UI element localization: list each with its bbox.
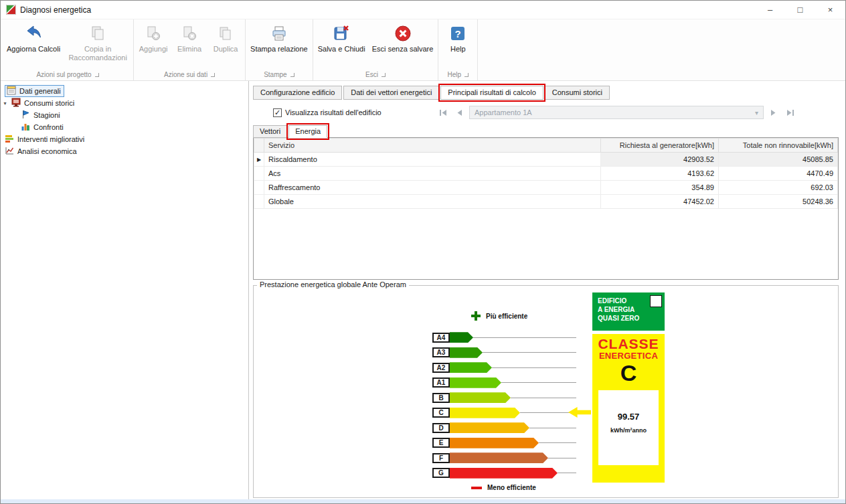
- print-report-button[interactable]: Stampa relazione: [248, 21, 311, 65]
- energy-class-arrow-icon: [450, 332, 473, 343]
- energy-class-line: [548, 458, 576, 458]
- tree-item-dati-generali[interactable]: Dati generali: [1, 85, 248, 97]
- app-window: Diagnosi energetica – □ × Aggiorna Calco…: [0, 0, 846, 504]
- minimize-button[interactable]: –: [755, 1, 785, 19]
- energy-class-arrow-icon: [450, 438, 539, 448]
- cell-richiesta: 4193.62: [601, 167, 719, 181]
- close-button[interactable]: ×: [815, 1, 845, 19]
- titlebar: Diagnosi energetica – □ ×: [1, 1, 845, 19]
- window-title: Diagnosi energetica: [20, 5, 91, 15]
- energy-class-label: F: [432, 453, 450, 463]
- subtab-strip: Vettori Energia: [253, 124, 839, 138]
- column-header-totale[interactable]: Totale non rinnovabile[kWh]: [719, 139, 838, 153]
- tree-item-stagioni[interactable]: Stagioni: [1, 109, 248, 121]
- table-row[interactable]: Acs4193.624470.49: [254, 167, 838, 181]
- show-results-label: Visualizza risultati dell'edificio: [285, 108, 382, 116]
- dialog-launcher-icon[interactable]: [382, 73, 386, 77]
- duplicate-button[interactable]: Duplica: [208, 21, 243, 65]
- dialog-launcher-icon[interactable]: [211, 73, 215, 77]
- save-and-close-button[interactable]: Salva e Chiudi: [315, 21, 368, 65]
- tab-principali-risultati[interactable]: Principali risultati di calcolo: [440, 86, 543, 100]
- button-label: Esci senza salvare: [372, 45, 434, 54]
- energy-class-arrow-icon: [450, 422, 529, 433]
- energy-class-label: B: [432, 393, 450, 403]
- nzeb-box: EDIFICIO A ENERGIA QUASI ZERO: [592, 292, 665, 331]
- dialog-launcher-icon[interactable]: [464, 73, 469, 77]
- column-header-servizio[interactable]: Servizio: [264, 139, 601, 153]
- subtab-vettori[interactable]: Vettori: [253, 125, 287, 138]
- help-icon: ?: [449, 23, 467, 44]
- tree-item-interventi-migliorativi[interactable]: Interventi migliorativi: [1, 133, 248, 145]
- energy-class-row: A4: [432, 330, 576, 345]
- first-record-button[interactable]: [436, 106, 450, 119]
- tab-label: Principali risultati di calcolo: [448, 88, 535, 96]
- results-table-panel: Servizio Richiesta al generatore[kWh] To…: [253, 137, 839, 280]
- energy-class-row: A3: [432, 345, 576, 361]
- cell-servizio: Raffrescamento: [264, 181, 601, 195]
- energy-class-label: A1: [432, 377, 450, 388]
- more-efficient-label: Più efficiente: [486, 313, 527, 320]
- energy-class-arrow-icon: [450, 468, 558, 479]
- energy-class-line: [501, 382, 576, 383]
- cell-servizio: Globale: [264, 195, 601, 209]
- less-efficient-legend: Meno efficiente: [471, 484, 536, 491]
- energy-class-line: [558, 473, 576, 473]
- delete-button[interactable]: Elimina: [172, 21, 207, 65]
- cell-totale: 50248.36: [719, 195, 838, 209]
- tree-item-consumi-storici[interactable]: ▾ Consumi storici: [1, 97, 248, 109]
- add-document-icon: [145, 23, 161, 44]
- group-caption-label: Help: [448, 71, 462, 78]
- cell-richiesta: 354.89: [601, 181, 719, 195]
- tab-dati-vettori-energetici[interactable]: Dati dei vettori energetici: [343, 86, 439, 100]
- previous-record-button[interactable]: [452, 106, 467, 119]
- cell-servizio: Acs: [264, 167, 601, 181]
- copy-to-recommendations-button[interactable]: Copia in Raccomandazioni: [64, 21, 131, 65]
- energy-class-row: G: [432, 466, 576, 481]
- table-row[interactable]: Globale47452.0250248.36: [254, 195, 838, 209]
- dialog-launcher-icon[interactable]: [290, 73, 294, 77]
- energy-class-row: F: [432, 450, 576, 466]
- energy-class-box: CLASSE ENERGETICA C 99.57 kWh/m²anno: [592, 334, 665, 483]
- help-button[interactable]: ? Help: [440, 21, 475, 65]
- last-record-icon: [786, 110, 794, 116]
- energy-class-arrow-icon: [450, 452, 548, 463]
- button-label: Aggiungi: [139, 45, 168, 54]
- maximize-button[interactable]: □: [785, 1, 815, 19]
- row-marker: [254, 167, 264, 181]
- subtab-energia[interactable]: Energia: [288, 125, 327, 138]
- class-box-subtitle: ENERGETICA: [592, 351, 665, 361]
- marker-column-header: [254, 139, 264, 153]
- table-row[interactable]: Raffrescamento354.89692.03: [254, 181, 838, 195]
- column-header-richiesta[interactable]: Richiesta al generatore[kWh]: [601, 139, 719, 153]
- tree-item-analisi-economica[interactable]: Analisi economica: [1, 145, 248, 157]
- results-table-body: ▶Riscaldamento42903.5245085.85Acs4193.62…: [254, 153, 838, 209]
- energy-class-list: A4A3A2A1BCDEFG: [432, 330, 576, 481]
- assigned-class-letter: C: [592, 361, 665, 386]
- unit-select[interactable]: Appartamento 1A ▾: [469, 106, 764, 119]
- cell-richiesta: 42903.52: [601, 153, 719, 167]
- show-results-checkbox[interactable]: ✓: [273, 108, 282, 117]
- energy-class-label: A3: [432, 347, 450, 357]
- exit-without-saving-button[interactable]: Esci senza salvare: [369, 21, 436, 65]
- options-row: ✓ Visualizza risultati dell'edificio App…: [253, 105, 839, 120]
- last-record-button[interactable]: [782, 106, 797, 119]
- expander-icon[interactable]: ▾: [2, 100, 8, 106]
- energy-class-label: A2: [432, 363, 450, 373]
- ribbon-group-caption: Stampe: [248, 69, 311, 80]
- group-caption-label: Azione sui dati: [164, 71, 207, 78]
- update-calculations-button[interactable]: Aggiorna Calcoli: [4, 21, 63, 65]
- minimize-icon: –: [768, 5, 772, 15]
- energy-class-arrow-icon: [450, 347, 483, 358]
- tab-consumi-storici[interactable]: Consumi storici: [545, 86, 610, 100]
- dialog-launcher-icon[interactable]: [95, 73, 99, 77]
- tree-item-confronti[interactable]: Confronti: [1, 121, 248, 133]
- energy-class-label: D: [432, 423, 450, 433]
- next-record-button[interactable]: [766, 106, 780, 119]
- unit-navigator: Appartamento 1A ▾: [436, 106, 797, 119]
- tab-configurazione-edificio[interactable]: Configurazione edificio: [253, 86, 342, 100]
- table-row[interactable]: ▶Riscaldamento42903.5245085.85: [254, 153, 838, 167]
- add-button[interactable]: Aggiungi: [136, 21, 171, 65]
- section-title: Prestazione energetica globale Ante Oper…: [257, 280, 409, 288]
- energy-class-row: A2: [432, 360, 576, 375]
- nzeb-checkbox-square: [650, 295, 662, 307]
